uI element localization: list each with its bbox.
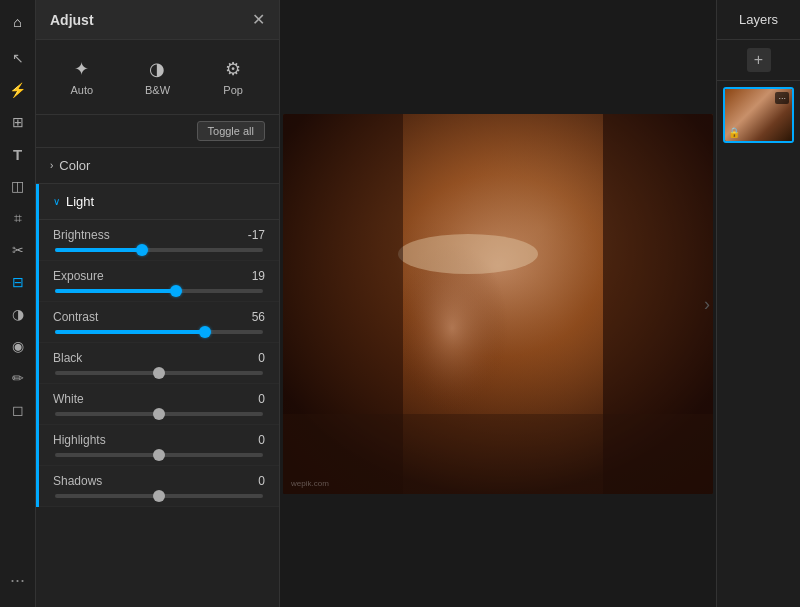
bw-icon: ◑ [149,58,165,80]
exposure-thumb[interactable] [170,285,182,297]
black-value: 0 [235,351,265,365]
shadows-row: Shadows 0 [39,466,279,507]
erase-tool[interactable]: ◻ [4,396,32,424]
main-canvas-area: wepik.com › [280,0,716,607]
brightness-track[interactable] [55,248,263,252]
light-section-label: Light [66,194,94,209]
left-toolbar: ⌂ ↖ ⚡ ⊞ T ◫ ⌗ ✂ ⊟ ◑ ◉ ✏ ◻ ··· [0,0,36,607]
lightning-tool[interactable]: ⚡ [4,76,32,104]
toggle-row: Toggle all [36,115,279,148]
black-row: Black 0 [39,343,279,384]
pop-label: Pop [223,84,243,96]
panel-title: Adjust [50,12,94,28]
adjust-tool[interactable]: ⊟ [4,268,32,296]
expand-panel-button[interactable]: › [704,293,710,314]
shadows-thumb[interactable] [153,490,165,502]
photo-canvas: wepik.com [283,89,713,519]
svg-point-3 [398,234,538,274]
crop-tool[interactable]: ⌗ [4,204,32,232]
white-thumb[interactable] [153,408,165,420]
pop-button[interactable]: ⚙ Pop [203,52,263,102]
shadows-label: Shadows [53,474,102,488]
home-button[interactable]: ⌂ [4,8,32,36]
brightness-label: Brightness [53,228,110,242]
mask-tool[interactable]: ◫ [4,172,32,200]
layers-header: Layers [717,0,800,40]
white-row: White 0 [39,384,279,425]
contrast-row: Contrast 56 [39,302,279,343]
layers-tool[interactable]: ⊞ [4,108,32,136]
exposure-value: 19 [235,269,265,283]
bw-button[interactable]: ◑ B&W [127,52,187,102]
filter-tool[interactable]: ◑ [4,300,32,328]
adjust-panel: Adjust ✕ ✦ Auto ◑ B&W ⚙ Pop Toggle all ›… [36,0,280,607]
layer-lock-icon: 🔒 [728,127,740,138]
exposure-row: Exposure 19 [39,261,279,302]
white-label: White [53,392,84,406]
white-value: 0 [235,392,265,406]
add-layer-icon: + [747,48,771,72]
highlights-row: Highlights 0 [39,425,279,466]
auto-icon: ✦ [74,58,89,80]
draw-tool[interactable]: ✏ [4,364,32,392]
light-section-header[interactable]: ∨ Light [39,184,279,220]
text-tool[interactable]: T [4,140,32,168]
quick-actions: ✦ Auto ◑ B&W ⚙ Pop [36,40,279,115]
highlights-thumb[interactable] [153,449,165,461]
light-section: ∨ Light Brightness -17 Exposure 19 [36,184,279,507]
layer-options: ··· [775,92,789,104]
contrast-fill [55,330,205,334]
exposure-label: Exposure [53,269,104,283]
adjust-header: Adjust ✕ [36,0,279,40]
exposure-track[interactable] [55,289,263,293]
select-tool[interactable]: ↖ [4,44,32,72]
auto-button[interactable]: ✦ Auto [52,52,112,102]
exposure-fill [55,289,176,293]
black-track[interactable] [55,371,263,375]
black-label: Black [53,351,82,365]
photo-image: wepik.com [283,114,713,494]
color-chevron: › [50,160,53,171]
shadows-track[interactable] [55,494,263,498]
contrast-label: Contrast [53,310,98,324]
layer-item[interactable]: ··· 🔒 [723,87,794,143]
layers-panel: Layers + ··· 🔒 [716,0,800,607]
cut-tool[interactable]: ✂ [4,236,32,264]
svg-rect-6 [283,414,713,494]
add-layer-button[interactable]: + [717,40,800,81]
spot-tool[interactable]: ◉ [4,332,32,360]
bw-label: B&W [145,84,170,96]
brightness-value: -17 [235,228,265,242]
color-section-header[interactable]: › Color [36,148,279,184]
brightness-row: Brightness -17 [39,220,279,261]
highlights-track[interactable] [55,453,263,457]
color-section-label: Color [59,158,90,173]
shadows-value: 0 [235,474,265,488]
brightness-fill [55,248,142,252]
brightness-thumb[interactable] [136,244,148,256]
layer-menu-button[interactable]: ··· [775,92,789,104]
highlights-label: Highlights [53,433,106,447]
pop-icon: ⚙ [225,58,241,80]
more-tools-button[interactable]: ··· [10,570,25,599]
light-chevron: ∨ [53,196,60,207]
white-track[interactable] [55,412,263,416]
contrast-track[interactable] [55,330,263,334]
photo-watermark: wepik.com [291,479,329,488]
highlights-value: 0 [235,433,265,447]
contrast-value: 56 [235,310,265,324]
contrast-thumb[interactable] [199,326,211,338]
auto-label: Auto [71,84,94,96]
close-button[interactable]: ✕ [252,10,265,29]
black-thumb[interactable] [153,367,165,379]
sections-container: › Color ∨ Light Brightness -17 [36,148,279,607]
toggle-all-button[interactable]: Toggle all [197,121,265,141]
svg-point-2 [388,184,548,424]
